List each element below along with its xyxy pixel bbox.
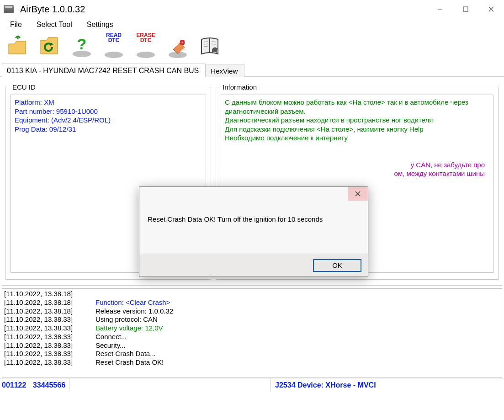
ecu-id-legend: ECU ID bbox=[11, 83, 37, 91]
log-timestamp: [11.10.2022, 13.38.33] bbox=[4, 315, 95, 324]
manual-button[interactable] bbox=[196, 33, 224, 61]
log-line: [11.10.2022, 13.38.33]Connect... bbox=[4, 333, 500, 341]
toolbar: ? READDTC ERASEDTC + bbox=[0, 31, 504, 63]
status-bar: 001122 33445566 J2534 Device: XHorse - M… bbox=[0, 378, 504, 392]
ecu-line: Equipment: (Adv/2.4/ESP/ROL) bbox=[15, 116, 202, 125]
log-line: [11.10.2022, 13.38.33]Using protocol: CA… bbox=[4, 315, 500, 324]
svg-text:?: ? bbox=[77, 36, 87, 53]
log-timestamp: [11.10.2022, 13.38.18] bbox=[4, 290, 95, 298]
menu-file[interactable]: File bbox=[7, 20, 25, 30]
info-line: Диагностический разъем находится в прост… bbox=[225, 116, 489, 125]
menu-settings[interactable]: Settings bbox=[84, 20, 116, 30]
erase-dtc-label-bot: DTC bbox=[140, 37, 152, 43]
log-line: [11.10.2022, 13.38.18] bbox=[4, 290, 500, 298]
log-timestamp: [11.10.2022, 13.38.33] bbox=[4, 350, 95, 358]
dialog-ok-button[interactable]: OK bbox=[313, 259, 361, 272]
app-icon bbox=[4, 5, 14, 13]
svg-rect-1 bbox=[463, 7, 468, 11]
log-box[interactable]: [11.10.2022, 13.38.18][11.10.2022, 13.38… bbox=[2, 288, 502, 378]
info-line: Необходимо подключение к интернету bbox=[225, 133, 489, 143]
log-line: [11.10.2022, 13.38.18]Function: <Clear C… bbox=[4, 298, 500, 307]
log-message: Reset Crash Data... bbox=[95, 350, 156, 358]
ecu-line: Part number: 95910-1U000 bbox=[15, 107, 202, 116]
erase-dtc-button[interactable]: ERASEDTC bbox=[132, 33, 160, 61]
reload-folder-button[interactable] bbox=[36, 33, 64, 61]
status-device: J2534 Device: XHorse - MVCI bbox=[270, 378, 381, 392]
info-line: у CAN, не забудьте про bbox=[225, 160, 489, 170]
maximize-button[interactable] bbox=[453, 0, 478, 18]
help-button[interactable]: ? bbox=[68, 33, 96, 61]
log-message: Battery voltage: 12,0V bbox=[95, 324, 163, 333]
log-message: Function: <Clear Crash> bbox=[95, 298, 170, 307]
ecu-line: Prog Data: 09/12/31 bbox=[15, 125, 202, 134]
log-message: Security... bbox=[95, 341, 126, 350]
status-code-1: 001122 bbox=[2, 381, 26, 389]
log-timestamp: [11.10.2022, 13.38.18] bbox=[4, 307, 95, 316]
log-timestamp: [11.10.2022, 13.38.33] bbox=[4, 324, 95, 333]
log-message: Reset Crash Data OK! bbox=[95, 358, 164, 367]
log-timestamp: [11.10.2022, 13.38.33] bbox=[4, 358, 95, 367]
log-timestamp: [11.10.2022, 13.38.18] bbox=[4, 298, 95, 307]
svg-point-6 bbox=[105, 52, 123, 58]
tab-strip: 0113 KIA - HYUNDAI MAC7242 RESET CRASH C… bbox=[0, 63, 504, 77]
status-code-2: 33445566 bbox=[33, 381, 65, 389]
log-line: [11.10.2022, 13.38.33]Reset Crash Data O… bbox=[4, 358, 500, 367]
info-line: Для подсказки подключения <На столе>, на… bbox=[225, 125, 489, 134]
read-dtc-button[interactable]: READDTC bbox=[100, 33, 128, 61]
info-line: С данным блоком можно работать как <На с… bbox=[225, 98, 489, 116]
log-line: [11.10.2022, 13.38.33]Security... bbox=[4, 341, 500, 350]
log-line: [11.10.2022, 13.38.33]Reset Crash Data..… bbox=[4, 350, 500, 358]
tab-hexview[interactable]: HexView bbox=[206, 64, 244, 77]
dialog-close-button[interactable] bbox=[348, 187, 368, 201]
message-dialog: Reset Crash Data OK! Turn off the igniti… bbox=[139, 186, 368, 277]
tab-main[interactable]: 0113 KIA - HYUNDAI MAC7242 RESET CRASH C… bbox=[2, 64, 206, 77]
info-line: ом, между контактами шины bbox=[225, 169, 489, 178]
menu-bar: File Select Tool Settings bbox=[0, 18, 504, 31]
menu-select-tool[interactable]: Select Tool bbox=[34, 20, 75, 30]
dialog-message: Reset Crash Data OK! Turn off the igniti… bbox=[139, 202, 368, 228]
log-message: Connect... bbox=[95, 333, 127, 341]
log-line: [11.10.2022, 13.38.33]Battery voltage: 1… bbox=[4, 324, 500, 333]
svg-point-7 bbox=[137, 52, 155, 58]
read-dtc-label-bot: DTC bbox=[108, 37, 120, 43]
ecu-line: Platform: XM bbox=[15, 98, 202, 107]
open-folder-button[interactable] bbox=[4, 33, 32, 61]
log-line: [11.10.2022, 13.38.18]Release version: 1… bbox=[4, 307, 500, 316]
title-bar: AirByte 1.0.0.32 bbox=[0, 0, 504, 18]
eraser-button[interactable]: + bbox=[164, 33, 192, 61]
log-timestamp: [11.10.2022, 13.38.33] bbox=[4, 341, 95, 350]
close-button[interactable] bbox=[478, 0, 504, 18]
status-left: 001122 33445566 bbox=[0, 381, 65, 389]
log-message: Using protocol: CAN bbox=[95, 315, 158, 324]
window-title: AirByte 1.0.0.32 bbox=[20, 4, 85, 15]
svg-text:+: + bbox=[181, 40, 183, 45]
log-message: Release version: 1.0.0.32 bbox=[95, 307, 173, 316]
information-legend: Information bbox=[221, 83, 259, 91]
minimize-button[interactable] bbox=[427, 0, 453, 18]
log-timestamp: [11.10.2022, 13.38.33] bbox=[4, 333, 95, 341]
